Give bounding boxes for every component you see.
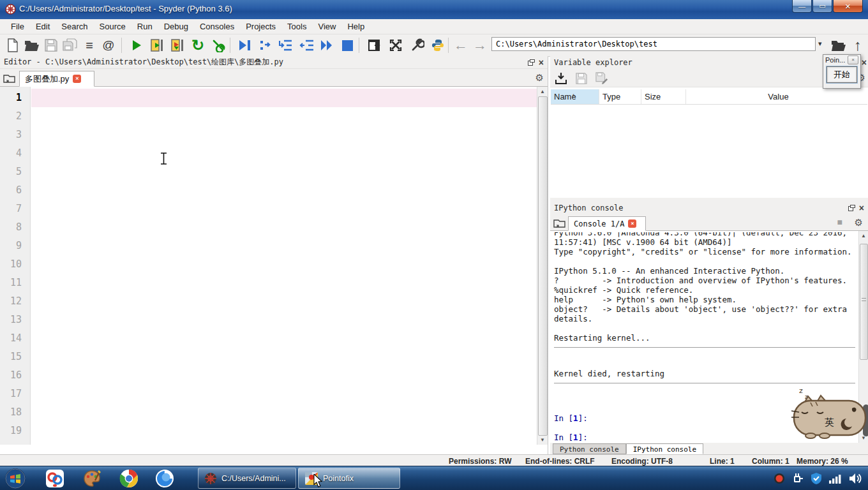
save-all-button[interactable] (61, 36, 79, 54)
run-config-button[interactable] (209, 36, 227, 54)
editor-scrollbar[interactable]: ▲ ▼ (537, 87, 548, 445)
preferences-button[interactable] (408, 36, 426, 54)
debug-step-return-button[interactable] (297, 36, 315, 54)
symbol-finder-button[interactable]: @ (100, 36, 117, 54)
menu-consoles[interactable]: Consoles (194, 20, 240, 33)
open-file-button[interactable] (23, 36, 41, 54)
pointofix-title: Poin... (825, 56, 845, 64)
editor-tab[interactable]: 多图叠加.py × (19, 71, 94, 87)
scroll-up-icon[interactable]: ▲ (537, 87, 548, 96)
security-shield-icon[interactable] (811, 472, 822, 485)
close-pane-icon[interactable]: × (539, 59, 544, 66)
console-options-icon[interactable]: ⚙ (855, 218, 863, 227)
record-icon[interactable] (774, 473, 785, 484)
rerun-button[interactable]: ↻ (189, 36, 207, 54)
save-data-button[interactable] (573, 71, 590, 86)
status-line: Line: 1 (710, 457, 735, 466)
save-data-as-button[interactable] (594, 71, 610, 86)
menu-file[interactable]: File (5, 20, 30, 33)
menu-run[interactable]: Run (131, 20, 158, 33)
column-header-size[interactable]: Size (641, 89, 686, 104)
power-plug-icon[interactable] (792, 473, 804, 484)
menu-edit[interactable]: Edit (30, 20, 56, 33)
volume-icon[interactable] (849, 473, 862, 484)
browse-tabs-icon[interactable] (3, 73, 15, 83)
undock-pane-icon[interactable] (528, 59, 535, 66)
run-icon (131, 40, 142, 51)
ipython-console-tab[interactable]: IPython console (626, 443, 703, 454)
console-divider (554, 347, 855, 348)
save-button[interactable] (42, 36, 60, 54)
editor-pane-title: Editor - C:\Users\Administrator\Desktop\… (4, 57, 283, 68)
fullscreen-button[interactable] (387, 36, 405, 54)
browse-tabs-icon[interactable] (553, 218, 565, 228)
interrupt-kernel-icon[interactable]: ■ (837, 217, 842, 227)
back-button[interactable]: ← (452, 36, 470, 54)
main-toolbar: ≡ @ ↻ (0, 34, 868, 57)
run-cell-advance-button[interactable] (168, 36, 186, 54)
directory-up-button[interactable]: ↑ (849, 36, 867, 54)
debug-button[interactable] (236, 36, 254, 54)
open-directory-button[interactable] (830, 36, 848, 54)
network-signal-icon[interactable] (829, 473, 842, 484)
undock-pane-icon[interactable] (848, 205, 855, 211)
close-button[interactable]: × (833, 0, 863, 13)
menu-source[interactable]: Source (94, 20, 131, 33)
paint-palette-icon[interactable] (82, 468, 102, 489)
editor-scrollbar-thumb[interactable] (538, 96, 548, 436)
menu-help[interactable]: Help (341, 20, 370, 33)
python-env-button[interactable] (429, 36, 447, 54)
close-pane-icon[interactable]: × (862, 59, 867, 66)
new-file-button[interactable] (4, 36, 22, 54)
console-scrollbar-thumb[interactable] (860, 244, 868, 360)
console-line: %quickref -> Quick reference. (554, 285, 859, 295)
menu-tools[interactable]: Tools (281, 20, 312, 33)
console-tab-close-icon[interactable]: × (628, 219, 636, 228)
line-number: 15 (0, 348, 30, 366)
titlebar: C:/Users/Administrator/Desktop/test - Sp… (0, 0, 868, 20)
column-header-name[interactable]: Name ▲ (551, 89, 599, 104)
forward-button[interactable]: → (471, 36, 489, 54)
working-directory-input[interactable] (491, 37, 816, 51)
forward-icon: → (473, 39, 487, 52)
ipython-console-pane: IPython console × Console 1/A × ■ ⚙ Pyth… (550, 202, 868, 454)
start-button[interactable] (5, 468, 26, 489)
scroll-down-icon[interactable]: ▼ (537, 435, 548, 445)
menu-projects[interactable]: Projects (240, 20, 281, 33)
chrome-icon[interactable] (119, 468, 139, 489)
maximize-pane-button[interactable] (365, 36, 383, 54)
console-tab[interactable]: Console 1/A × (568, 216, 646, 231)
qq-browser-icon[interactable] (154, 468, 175, 489)
editor-content[interactable] (31, 87, 537, 445)
column-header-value[interactable]: Value (686, 89, 867, 104)
column-header-type[interactable]: Type (599, 89, 641, 104)
pointofix-start-button[interactable]: 开始 (827, 66, 857, 83)
window-controls: — ▭ × (791, 0, 863, 13)
outline-button[interactable]: ≡ (80, 36, 98, 54)
debug-stop-button[interactable] (338, 36, 356, 54)
python-console-tab[interactable]: Python console (553, 443, 626, 454)
debug-continue-button[interactable] (318, 36, 336, 54)
spyder-task-button[interactable]: C:/Users/Admini... (198, 468, 296, 489)
import-data-button[interactable] (553, 71, 569, 86)
minimize-button[interactable]: — (792, 0, 812, 13)
close-pane-icon[interactable]: × (859, 204, 864, 212)
pointofix-minimize-icon[interactable]: × (848, 56, 858, 64)
menu-view[interactable]: View (312, 20, 341, 33)
menubar: FileEditSearchSourceRunDebugConsolesProj… (0, 19, 868, 34)
debug-step-into-button[interactable] (277, 36, 295, 54)
editor-tab-close-icon[interactable]: × (73, 75, 81, 83)
debug-step-button[interactable] (257, 36, 274, 54)
line-number: 4 (0, 144, 30, 163)
pointofix-titlebar[interactable]: Poin... × (823, 55, 860, 65)
editor-options-icon[interactable]: ⚙ (535, 73, 544, 82)
menu-search[interactable]: Search (56, 20, 93, 33)
run-button[interactable] (128, 36, 146, 54)
scroll-up-icon[interactable]: ▲ (859, 231, 868, 241)
baidu-netdisk-icon[interactable] (45, 468, 65, 489)
maximize-button[interactable]: ▭ (812, 0, 832, 13)
menu-debug[interactable]: Debug (158, 20, 194, 33)
console-bottom-tabs: Python console IPython console (550, 443, 868, 454)
path-dropdown-icon[interactable]: ▾ (818, 40, 822, 48)
run-cell-button[interactable] (148, 36, 166, 54)
